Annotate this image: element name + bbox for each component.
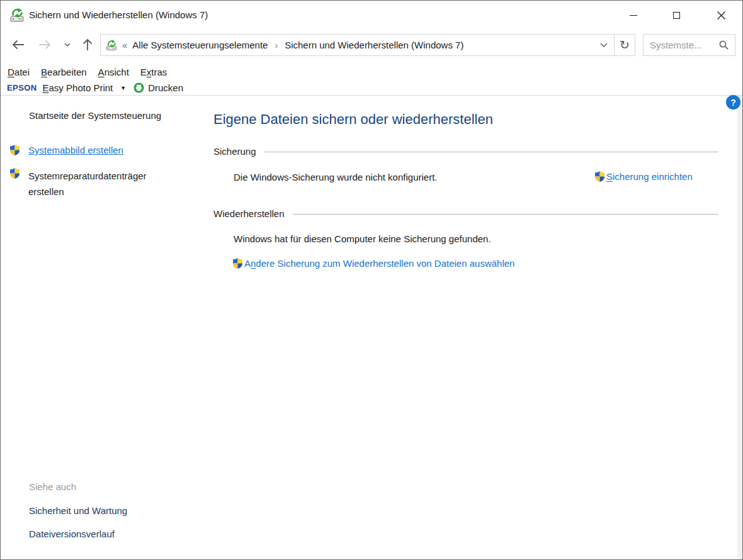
minimize-button[interactable] <box>619 1 648 30</box>
up-button[interactable] <box>79 36 96 53</box>
drucken-button[interactable]: Drucken <box>148 82 183 93</box>
breadcrumb-separator-icon: › <box>275 40 278 50</box>
see-also-header: Siehe auch <box>29 481 76 492</box>
section-divider <box>264 152 718 152</box>
search-box <box>643 34 735 56</box>
forward-arrow-icon <box>37 37 52 52</box>
epson-logo: EPSON <box>7 83 37 92</box>
menu-ansicht[interactable]: Ansicht <box>93 67 135 77</box>
page-title: Eigene Dateien sichern oder wiederherste… <box>213 111 493 128</box>
sidebar-link-file-history[interactable]: Dateiversionsverlauf <box>29 529 115 539</box>
sidebar-item-control-panel-home[interactable]: Startseite der Systemsteuerung <box>29 110 161 121</box>
close-icon <box>717 11 726 20</box>
maximize-button[interactable] <box>662 1 691 30</box>
breadcrumb-item-all-control-panel[interactable]: Alle Systemsteuerungselemente <box>132 40 268 50</box>
backup-app-icon <box>9 7 25 23</box>
restore-status-text: Windows hat für diesen Computer keine Si… <box>234 233 491 244</box>
backup-section-header-row: Sicherung <box>213 146 718 157</box>
search-icon[interactable] <box>718 40 729 50</box>
menu-bar: Datei Bearbeiten Ansicht Extras <box>2 64 173 79</box>
window-title: Sichern und Wiederherstellen (Windows 7) <box>29 9 208 20</box>
recent-pages-dropdown[interactable] <box>61 36 74 53</box>
refresh-button[interactable]: ↻ <box>614 35 635 55</box>
up-arrow-icon <box>81 37 94 52</box>
navigation-bar: « Alle Systemsteuerungselemente › Sicher… <box>1 31 742 59</box>
chevron-down-icon <box>600 43 608 47</box>
chevron-down-icon <box>64 43 71 47</box>
sidebar-link-create-system-image[interactable]: Systemabbild erstellen <box>28 145 123 155</box>
print-icon <box>133 82 144 93</box>
easy-photo-print-dropdown-icon[interactable]: ▼ <box>120 85 126 91</box>
uac-shield-icon <box>9 144 21 156</box>
restore-section-header: Wiederherstellen <box>213 208 285 219</box>
uac-shield-icon <box>232 257 244 269</box>
sidebar-link-create-repair-disc[interactable]: Systemreparaturdatenträger erstellen <box>28 168 174 199</box>
backup-status-text: Die Windows-Sicherung wurde nicht konfig… <box>234 172 437 182</box>
scrollbar-gutter <box>737 96 742 560</box>
address-bar[interactable]: « Alle Systemsteuerungselemente › Sicher… <box>100 34 635 56</box>
restore-section-header-row: Wiederherstellen <box>213 208 718 219</box>
back-arrow-icon <box>11 37 26 52</box>
breadcrumb-page-icon <box>105 39 118 52</box>
menu-extras[interactable]: Extras <box>135 67 173 77</box>
title-bar: Sichern und Wiederherstellen (Windows 7) <box>1 1 742 31</box>
address-dropdown-button[interactable] <box>600 43 608 47</box>
toolbar-separator <box>1 95 742 96</box>
forward-button[interactable] <box>36 36 54 53</box>
backup-restore-window: Sichern und Wiederherstellen (Windows 7)… <box>0 0 743 560</box>
maximize-icon <box>673 12 680 19</box>
help-button[interactable]: ? <box>726 95 740 109</box>
back-button[interactable] <box>9 36 27 53</box>
tool-bar: EPSON Easy Photo Print ▼ Drucken <box>7 80 183 96</box>
search-input[interactable] <box>644 40 718 50</box>
breadcrumb-item-current[interactable]: Sichern und Wiederherstellen (Windows 7) <box>285 40 463 50</box>
uac-shield-icon <box>9 167 21 179</box>
refresh-icon: ↻ <box>620 38 630 52</box>
backup-section-header: Sicherung <box>213 146 256 157</box>
uac-shield-icon <box>594 171 606 182</box>
minimize-icon <box>630 15 637 16</box>
section-divider <box>293 214 718 215</box>
help-icon: ? <box>730 98 736 108</box>
breadcrumb-overflow-button[interactable]: « <box>122 40 127 50</box>
menu-datei[interactable]: Datei <box>2 67 35 77</box>
menu-bearbeiten[interactable]: Bearbeiten <box>35 67 93 77</box>
select-other-backup-link[interactable]: Andere Sicherung zum Wiederherstellen vo… <box>232 257 514 269</box>
easy-photo-print-button[interactable]: Easy Photo Print <box>43 82 113 93</box>
sidebar-link-security-maintenance[interactable]: Sicherheit und Wartung <box>29 505 127 516</box>
setup-backup-link[interactable]: Sicherung einrichten <box>594 171 693 182</box>
close-button[interactable] <box>706 1 735 30</box>
